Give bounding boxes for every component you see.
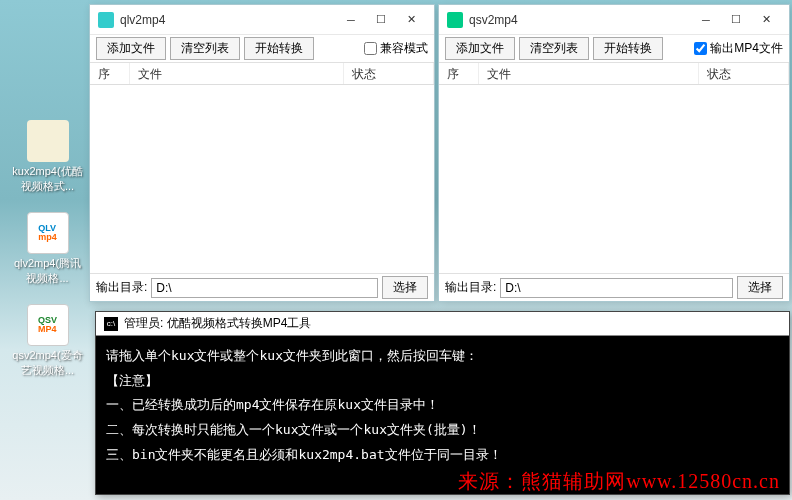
file-list[interactable] [90, 85, 434, 273]
select-dir-button[interactable]: 选择 [382, 276, 428, 299]
desktop-icons: kux2mp4(优酷视频格式... QLVmp4 qlv2mp4(腾讯视频格..… [10, 120, 85, 396]
output-dir-label: 输出目录: [96, 279, 147, 296]
cmd-icon: c:\ [104, 317, 118, 331]
output-dir-input[interactable] [500, 278, 733, 298]
footer: 输出目录: 选择 [90, 273, 434, 301]
column-file[interactable]: 文件 [479, 63, 699, 84]
output-dir-input[interactable] [151, 278, 378, 298]
minimize-button[interactable]: ─ [336, 7, 366, 33]
add-file-button[interactable]: 添加文件 [96, 37, 166, 60]
console-titlebar[interactable]: c:\ 管理员: 优酷视频格式转换MP4工具 [96, 312, 789, 336]
console-line: 二、每次转换时只能拖入一个kux文件或一个kux文件夹(批量)！ [106, 418, 779, 443]
toolbar: 添加文件 清空列表 开始转换 兼容模式 [90, 35, 434, 63]
app-icon [98, 12, 114, 28]
close-button[interactable]: ✕ [396, 7, 426, 33]
icon-label: qsv2mp4(爱奇艺视频格... [10, 348, 85, 378]
minimize-button[interactable]: ─ [691, 7, 721, 33]
compat-mode-label[interactable]: 兼容模式 [364, 40, 428, 57]
desktop-icon-kux2mp4[interactable]: kux2mp4(优酷视频格式... [10, 120, 85, 194]
file-list[interactable] [439, 85, 789, 273]
list-header: 序号 文件 状态 [90, 63, 434, 85]
select-dir-button[interactable]: 选择 [737, 276, 783, 299]
compat-mode-checkbox[interactable] [364, 42, 377, 55]
maximize-button[interactable]: ☐ [721, 7, 751, 33]
console-line: 三、bin文件夹不能更名且必须和kux2mp4.bat文件位于同一目录！ [106, 443, 779, 468]
footer: 输出目录: 选择 [439, 273, 789, 301]
start-convert-button[interactable]: 开始转换 [593, 37, 663, 60]
console-line: 一、已经转换成功后的mp4文件保存在原kux文件目录中！ [106, 393, 779, 418]
icon-label: qlv2mp4(腾讯视频格... [10, 256, 85, 286]
desktop-icon-qlv2mp4[interactable]: QLVmp4 qlv2mp4(腾讯视频格... [10, 212, 85, 286]
watermark: 来源：熊猫辅助网www.12580cn.cn [458, 468, 780, 495]
add-file-button[interactable]: 添加文件 [445, 37, 515, 60]
column-no[interactable]: 序号 [90, 63, 130, 84]
start-convert-button[interactable]: 开始转换 [244, 37, 314, 60]
clear-list-button[interactable]: 清空列表 [519, 37, 589, 60]
window-qsv2mp4: qsv2mp4 ─ ☐ ✕ 添加文件 清空列表 开始转换 输出MP4文件 序号 … [438, 4, 790, 302]
close-button[interactable]: ✕ [751, 7, 781, 33]
desktop-icon-qsv2mp4[interactable]: QSVMP4 qsv2mp4(爱奇艺视频格... [10, 304, 85, 378]
window-title: qlv2mp4 [120, 13, 336, 27]
column-no[interactable]: 序号 [439, 63, 479, 84]
file-icon [27, 120, 69, 162]
console-body[interactable]: 请拖入单个kux文件或整个kux文件夹到此窗口，然后按回车键： 【注意】 一、已… [96, 336, 789, 475]
console-line: 【注意】 [106, 369, 779, 394]
titlebar[interactable]: qlv2mp4 ─ ☐ ✕ [90, 5, 434, 35]
column-file[interactable]: 文件 [130, 63, 344, 84]
console-title-text: 管理员: 优酷视频格式转换MP4工具 [124, 315, 311, 332]
app-icon [447, 12, 463, 28]
titlebar[interactable]: qsv2mp4 ─ ☐ ✕ [439, 5, 789, 35]
console-line: 请拖入单个kux文件或整个kux文件夹到此窗口，然后按回车键： [106, 344, 779, 369]
output-dir-label: 输出目录: [445, 279, 496, 296]
window-title: qsv2mp4 [469, 13, 691, 27]
toolbar: 添加文件 清空列表 开始转换 输出MP4文件 [439, 35, 789, 63]
window-qlv2mp4: qlv2mp4 ─ ☐ ✕ 添加文件 清空列表 开始转换 兼容模式 序号 文件 … [89, 4, 435, 302]
clear-list-button[interactable]: 清空列表 [170, 37, 240, 60]
column-status[interactable]: 状态 [344, 63, 434, 84]
file-icon: QLVmp4 [27, 212, 69, 254]
icon-label: kux2mp4(优酷视频格式... [10, 164, 85, 194]
column-status[interactable]: 状态 [699, 63, 789, 84]
maximize-button[interactable]: ☐ [366, 7, 396, 33]
list-header: 序号 文件 状态 [439, 63, 789, 85]
mp4-output-checkbox[interactable] [694, 42, 707, 55]
file-icon: QSVMP4 [27, 304, 69, 346]
mp4-output-label[interactable]: 输出MP4文件 [694, 40, 783, 57]
